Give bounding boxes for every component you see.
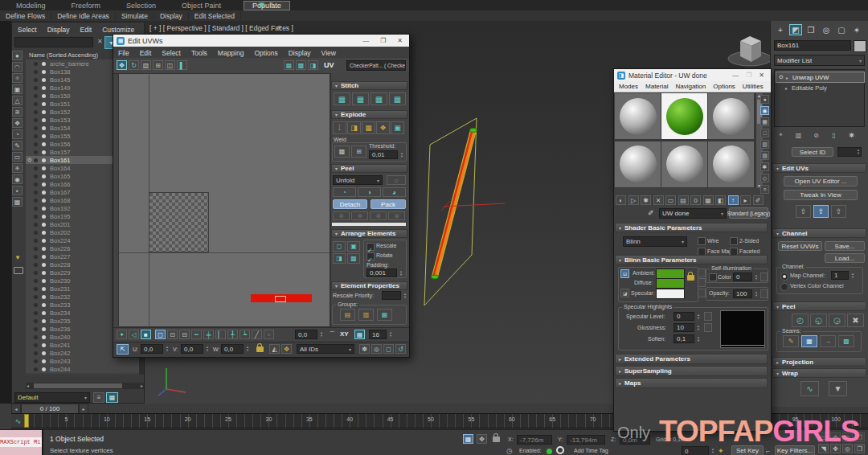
pattern-background-icon[interactable]: ▦ <box>760 117 769 126</box>
self-illum-color-checkbox[interactable] <box>709 273 717 281</box>
rotate-checkbox[interactable] <box>366 252 375 260</box>
filter-selected-faces-icon[interactable]: ◭ <box>269 344 280 354</box>
material-sample-slot[interactable] <box>661 141 707 187</box>
list-item[interactable]: Box244 <box>26 365 140 373</box>
time-slider-marker[interactable] <box>24 414 29 428</box>
hide-dot-icon[interactable] <box>34 311 38 315</box>
threshold-field[interactable]: 0,01 <box>369 150 398 159</box>
material-id-select[interactable]: All IDs ▾ <box>297 344 354 354</box>
uvw-menu-file[interactable]: File <box>118 49 129 57</box>
rescale-priority-field[interactable] <box>382 291 401 300</box>
align-v-icon[interactable]: ┶ <box>240 330 250 339</box>
tab-motion-icon[interactable]: ◎ <box>820 24 833 35</box>
hide-dot-icon[interactable] <box>34 134 38 138</box>
explorer-menu-edit[interactable]: Edit <box>80 26 92 34</box>
align-h-icon[interactable]: ╀ <box>227 330 238 339</box>
padding-field[interactable]: 0,001 <box>366 268 397 277</box>
transform-snap-icon[interactable]: ✥ <box>477 434 487 444</box>
uvw-lock-icon[interactable] <box>256 346 264 352</box>
visible-dot-icon[interactable] <box>42 118 46 122</box>
ribbon-tab-freeform[interactable]: Freeform <box>68 2 104 10</box>
visible-dot-icon[interactable] <box>42 174 46 178</box>
peel-rollout[interactable]: Peel <box>331 164 407 173</box>
visible-dot-icon[interactable] <box>42 279 46 283</box>
display-particles-icon[interactable]: ❖ <box>12 118 23 128</box>
visible-dot-icon[interactable] <box>42 255 46 259</box>
hide-dot-icon[interactable] <box>34 70 38 74</box>
hide-dot-icon[interactable] <box>34 102 38 106</box>
explorer-hscrollbar[interactable]: ◂ ▸ <box>26 383 144 389</box>
visible-dot-icon[interactable] <box>42 215 46 219</box>
visible-dot-icon[interactable] <box>42 207 46 211</box>
edit-uvs-rollout[interactable]: Edit UVs <box>772 163 866 173</box>
weld-selected-icon[interactable]: ▩ <box>334 146 350 158</box>
detach-button[interactable]: Detach <box>333 199 367 209</box>
maximize-icon[interactable]: ❐ <box>380 37 386 44</box>
visible-dot-icon[interactable] <box>42 231 46 235</box>
ribbon-tool-button-edit-selected[interactable]: Edit Selected <box>189 12 241 20</box>
visible-dot-icon[interactable] <box>42 191 46 195</box>
visible-dot-icon[interactable] <box>42 343 46 347</box>
media-dropdown-icon[interactable]: ▾ <box>270 1 273 7</box>
map-channel-radio[interactable] <box>780 273 788 281</box>
hide-dot-icon[interactable] <box>34 207 38 211</box>
material-sample-slot[interactable] <box>615 141 661 187</box>
reset-map-icon[interactable]: ✕ <box>653 195 664 205</box>
hide-dot-icon[interactable] <box>34 367 38 371</box>
viewport-filter-icon[interactable]: ▼ <box>276 24 283 31</box>
stack-expand-icon[interactable]: ▸ <box>785 85 792 91</box>
reset-uvws-button[interactable]: Reset UVWs <box>778 241 822 251</box>
peel-off-1-icon[interactable]: ⊗ <box>333 211 350 220</box>
put-to-scene-icon[interactable]: ▷ <box>628 195 639 205</box>
wrap-surface-icon[interactable]: ▼ <box>829 381 847 396</box>
vertex-color-radio[interactable] <box>780 283 788 291</box>
arrange-rollout[interactable]: Arrange Elements <box>331 229 407 238</box>
peel-pelt-icon[interactable]: ◴ <box>792 314 809 327</box>
mat-menu-material[interactable]: Material <box>645 83 668 90</box>
stitch-rollout[interactable]: Stitch <box>331 81 407 90</box>
visible-dot-icon[interactable] <box>42 94 46 98</box>
zoom-tool-icon[interactable]: ◎ <box>371 344 382 354</box>
pin-stack-icon[interactable]: ⌖ <box>774 130 788 140</box>
explorer-menu-select[interactable]: Select <box>18 26 37 34</box>
group-ungroup-icon[interactable]: ▦ <box>377 309 392 321</box>
mat-rollout-supersampling[interactable]: SuperSampling <box>615 366 768 376</box>
group-create-icon[interactable]: ▤ <box>340 309 355 321</box>
close-icon[interactable]: ✕ <box>397 37 403 44</box>
hide-dot-icon[interactable] <box>34 263 38 267</box>
edge-ring-icon[interactable]: ╪ <box>203 330 214 339</box>
display-ik-icon[interactable]: ✎ <box>12 141 23 150</box>
remove-modifier-icon[interactable]: ▯ <box>827 130 841 140</box>
key-toggle-icon[interactable]: ✦ <box>718 447 724 455</box>
x-coord-field[interactable]: -7,726m <box>517 435 552 445</box>
backlight-icon[interactable]: ◉ <box>760 106 769 115</box>
rearrange-icon[interactable]: ◨ <box>333 253 346 264</box>
visible-dot-icon[interactable] <box>42 223 46 227</box>
tab-hierarchy-icon[interactable]: ❐ <box>805 24 817 35</box>
hide-dot-icon[interactable] <box>34 271 38 275</box>
ribbon-tool-button-simulate[interactable]: Simulate <box>116 12 154 20</box>
hide-dot-icon[interactable] <box>34 199 38 203</box>
hide-dot-icon[interactable] <box>34 150 38 154</box>
hide-dot-icon[interactable] <box>34 158 38 162</box>
ambient-diffuse-lock-icon[interactable] <box>687 275 694 281</box>
arc-rotate-icon[interactable]: ↺ <box>395 344 406 354</box>
ribbon-tab-populate[interactable]: Populate <box>244 1 290 10</box>
hide-dot-icon[interactable] <box>34 327 38 331</box>
object-name-field[interactable]: Box161 <box>774 40 851 51</box>
explorer-search-input[interactable] <box>14 37 93 47</box>
select-face-icon[interactable]: ■ <box>141 330 151 339</box>
hide-dot-icon[interactable] <box>34 279 38 283</box>
eyedropper-icon[interactable]: ✐ <box>648 209 654 217</box>
minimize-icon[interactable]: — <box>362 37 369 44</box>
v-field[interactable]: 0,0 <box>181 344 203 354</box>
ribbon-tool-button-define-flows[interactable]: Define Flows <box>0 12 51 20</box>
mat-menu-options[interactable]: Options <box>713 83 735 90</box>
assign-to-selection-icon[interactable]: ✱ <box>641 195 651 205</box>
ribbon-tab-selection[interactable]: Selection <box>123 2 159 10</box>
hide-dot-icon[interactable] <box>34 287 38 291</box>
explorer-list-header[interactable]: Name (Sorted Ascending) <box>29 51 98 59</box>
advanced-filter-icon[interactable]: ▼ <box>14 254 21 261</box>
explode-flatten-icon[interactable]: ◨ <box>347 121 361 134</box>
close-icon[interactable]: ✕ <box>759 72 764 79</box>
